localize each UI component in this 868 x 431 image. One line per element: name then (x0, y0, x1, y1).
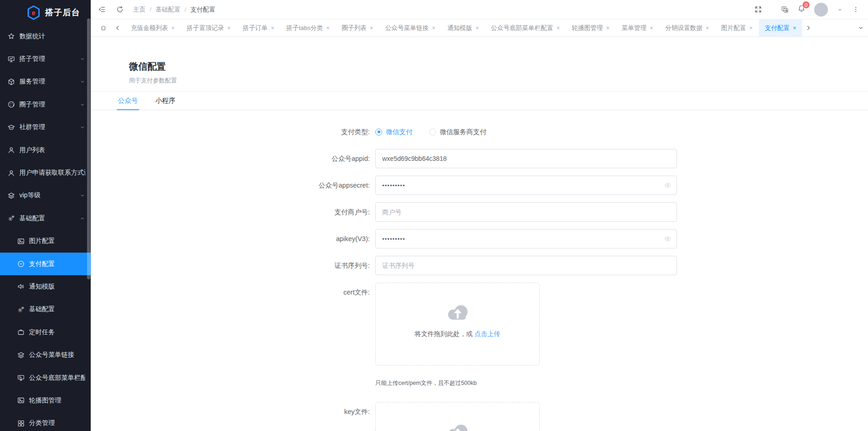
key-upload-dropzone[interactable] (375, 402, 540, 431)
close-icon[interactable]: × (556, 25, 560, 31)
appid-row: 公众号appid: (91, 149, 868, 168)
sidebar-item-notification-template[interactable]: 通知模版 (0, 275, 91, 298)
avatar[interactable] (814, 3, 828, 17)
close-icon[interactable]: × (271, 25, 274, 31)
merchant-control (375, 202, 677, 222)
tab-label: 支付配置 (765, 24, 790, 32)
apikey-row: apikey(V3): (91, 229, 868, 248)
pay-type-row: 支付类型: 微信支付 微信服务商支付 (91, 122, 868, 142)
tab-notification-template[interactable]: 通知模版× (442, 19, 485, 36)
sidebar-item-label: 基础配置 (29, 305, 55, 313)
briefcase-icon (17, 328, 25, 336)
tab-recharge-list[interactable]: 充值金额列表× (125, 19, 181, 36)
sidebar-item-circle-management[interactable]: 圈子管理 (0, 93, 91, 116)
close-icon[interactable]: × (705, 25, 709, 31)
chevron-down-icon[interactable] (837, 6, 843, 13)
fullscreen-icon[interactable] (754, 6, 762, 13)
sidebar-item-payment-config[interactable]: 支付配置 (0, 253, 91, 275)
chevron-right-icon[interactable] (805, 24, 812, 31)
breadcrumb-basic-config[interactable]: 基础配置 (156, 6, 181, 14)
radio-wechat-pay[interactable]: 微信支付 (375, 128, 413, 136)
tab-label: 公众号菜单链接 (385, 24, 429, 32)
cert-upload-dropzone[interactable]: 将文件拖到此处，或 点击上传 (375, 283, 540, 366)
radio-label: 微信支付 (386, 128, 413, 136)
close-icon[interactable]: × (432, 25, 436, 31)
tab-circle-list[interactable]: 圈子列表× (336, 19, 379, 36)
cube-icon (7, 78, 15, 86)
tab-mp-bottom-menu-config[interactable]: 公众号底部菜单栏配置× (485, 19, 566, 36)
close-icon[interactable]: × (650, 25, 653, 31)
close-icon[interactable]: × (749, 25, 753, 31)
close-icon[interactable]: × (326, 25, 330, 31)
tab-official-account[interactable]: 公众号 (117, 92, 139, 110)
chevron-left-icon[interactable] (114, 24, 121, 31)
breadcrumb-home[interactable]: 主页 (133, 6, 146, 14)
tab-payment-config[interactable]: 支付配置× (759, 19, 803, 36)
sidebar-item-user-list[interactable]: 用户列表 (0, 139, 91, 161)
merchant-label: 支付商户号: (91, 202, 375, 222)
notification-bell[interactable]: 0 (798, 5, 805, 14)
sidebar-item-service-management[interactable]: 服务管理 (0, 71, 91, 93)
eye-icon[interactable] (664, 182, 671, 189)
sidebar-item-scheduled-tasks[interactable]: 定时任务 (0, 321, 91, 343)
more-vertical-icon[interactable] (852, 6, 860, 13)
tab-menu-management[interactable]: 菜单管理× (616, 19, 659, 36)
sidebar-item-data-stats[interactable]: 数据统计 (0, 25, 91, 47)
cloud-upload-icon (444, 421, 471, 431)
tab-label: 图片配置 (721, 24, 746, 32)
gears-icon (7, 214, 15, 222)
sidebar-item-vip-level[interactable]: vip等级 (0, 184, 91, 207)
appsecret-input[interactable] (375, 176, 677, 195)
sidebar-item-dazi-management[interactable]: 搭子管理 (0, 47, 91, 70)
sidebar-item-banner-management[interactable]: 轮播图管理 (0, 389, 91, 412)
sidebar-item-mp-bottom-menu-config[interactable]: 公众号底部菜单栏配置 (0, 366, 91, 389)
cert-serial-control (375, 256, 677, 275)
page-content: 微信配置 用于支付参数配置 公众号 小程序 支付类型: 微信支付 (91, 37, 868, 431)
home-icon[interactable] (100, 24, 107, 31)
merchant-input[interactable] (375, 202, 677, 222)
tab-mini-program[interactable]: 小程序 (155, 92, 177, 110)
tab-label: 搭子tabs分类 (286, 24, 323, 32)
key-file-row: key文件: (91, 402, 868, 431)
close-icon[interactable]: × (171, 25, 175, 31)
eye-icon[interactable] (664, 235, 671, 242)
cert-serial-row: 证书序列号: (91, 256, 868, 275)
close-icon[interactable]: × (370, 25, 373, 31)
radio-dot-icon (429, 129, 436, 136)
refresh-icon[interactable] (116, 6, 124, 13)
close-icon[interactable]: × (606, 25, 610, 31)
upload-click-link[interactable]: 点击上传 (474, 330, 500, 337)
sidebar-item-category-management[interactable]: 分类管理 (0, 412, 91, 431)
cert-serial-input[interactable] (375, 256, 677, 275)
sidebar-item-mp-menu-links[interactable]: 公众号菜单链接 (0, 343, 91, 366)
tab-mp-menu-links[interactable]: 公众号菜单链接× (379, 19, 442, 36)
tab-label: 分销设置数据 (665, 24, 702, 32)
sidebar-item-community-management[interactable]: 社群管理 (0, 116, 91, 139)
tabs-menu-chevron-down-icon[interactable] (857, 24, 864, 31)
page-title: 微信配置 (129, 60, 868, 73)
apikey-input[interactable] (375, 229, 677, 248)
radio-wechat-provider-pay[interactable]: 微信服务商支付 (429, 128, 487, 136)
sidebar-scrollbar-thumb[interactable] (87, 18, 90, 279)
app-logo[interactable]: 搭子后台 (0, 0, 91, 25)
tab-distribution-settings[interactable]: 分销设置数据× (659, 19, 715, 36)
cert-file-row: cert文件: 将文件拖到此处，或 点击上传 只能上传cert/pem文件，且不… (91, 283, 868, 395)
sidebar-fold-icon[interactable] (98, 6, 106, 13)
sidebar-item-basic-config-sub[interactable]: 基础配置 (0, 298, 91, 321)
close-icon[interactable]: × (793, 25, 797, 31)
tab-image-config[interactable]: 图片配置× (715, 19, 759, 36)
sidebar-item-image-config[interactable]: 图片配置 (0, 230, 91, 253)
translate-icon[interactable] (781, 6, 789, 13)
apikey-label: apikey(V3): (91, 229, 375, 248)
close-icon[interactable]: × (476, 25, 479, 31)
sidebar-item-basic-config[interactable]: 基础配置 (0, 207, 91, 230)
tab-dazi-tabs-category[interactable]: 搭子tabs分类× (280, 19, 336, 36)
sidebar-item-label: 服务管理 (19, 77, 45, 86)
sidebar-item-contact-request-records[interactable]: 用户申请获取联系方式记录 (0, 161, 91, 184)
tab-dazi-pin-records[interactable]: 搭子置顶记录× (181, 19, 237, 36)
school-icon (7, 124, 15, 131)
tab-dazi-orders[interactable]: 搭子订单× (237, 19, 280, 36)
tab-banner-management[interactable]: 轮播图管理× (566, 19, 616, 36)
close-icon[interactable]: × (227, 25, 231, 31)
appid-input[interactable] (375, 149, 677, 168)
